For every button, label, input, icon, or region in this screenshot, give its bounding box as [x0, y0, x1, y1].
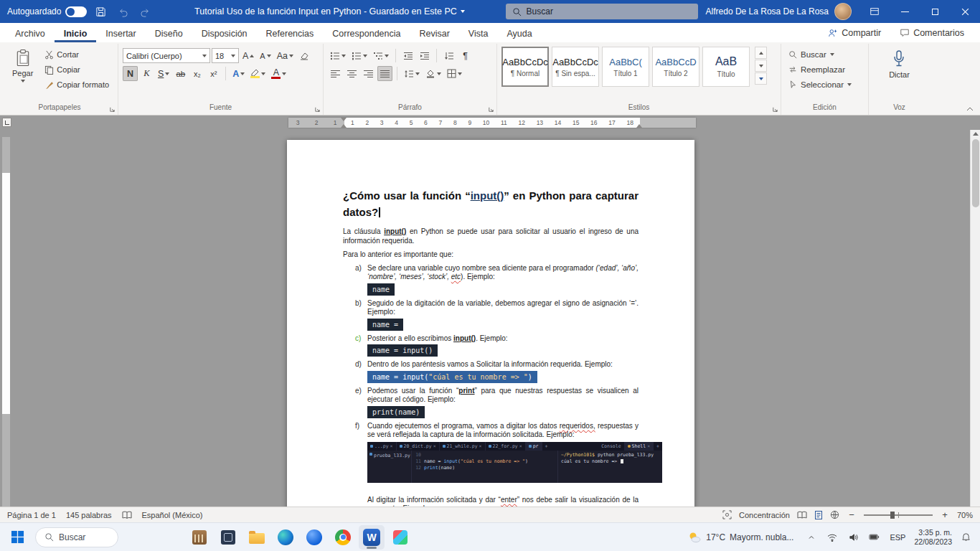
app-building-icon[interactable] — [187, 525, 212, 550]
font-size-combo[interactable]: 18 — [212, 48, 239, 63]
underline-button[interactable]: S — [156, 66, 171, 81]
clock[interactable]: 3:35 p. m. 22/08/2023 — [914, 528, 952, 547]
zoom-in-button[interactable]: + — [940, 509, 950, 520]
align-center-button[interactable] — [344, 66, 359, 81]
font-color-chevron-icon[interactable] — [282, 72, 286, 75]
find-button[interactable]: Buscar — [786, 47, 864, 62]
vertical-ruler[interactable] — [2, 137, 10, 507]
tab-ayuda[interactable]: Ayuda — [497, 23, 541, 42]
document-page[interactable]: ¿Cómo usar la función “input()” en Pytho… — [287, 140, 694, 507]
heading-input-link[interactable]: input() — [471, 189, 504, 202]
avatar[interactable] — [834, 3, 852, 20]
borders-button[interactable] — [445, 66, 464, 81]
focus-label[interactable]: Concentración — [739, 511, 790, 519]
underline-chevron-icon[interactable] — [165, 72, 169, 75]
styles-dialog-launcher[interactable] — [772, 106, 778, 113]
change-case-chevron-icon[interactable] — [289, 55, 293, 57]
copy-button[interactable]: Copiar — [42, 62, 111, 77]
font-color-button[interactable]: A — [269, 66, 288, 81]
line-spacing-chevron-icon[interactable] — [415, 72, 420, 75]
zoom-thumb[interactable] — [890, 512, 895, 519]
font-dialog-launcher[interactable] — [314, 106, 321, 113]
scrollbar-thumb[interactable] — [972, 139, 979, 207]
redo-button[interactable] — [136, 3, 154, 20]
office-search-box[interactable]: Buscar — [506, 4, 698, 19]
zoom-level[interactable]: 70% — [957, 511, 973, 519]
text-effects-button[interactable]: A — [230, 66, 247, 81]
clipboard-dialog-launcher[interactable] — [109, 106, 116, 113]
tab-selector[interactable] — [2, 118, 11, 127]
cut-button[interactable]: Cortar — [42, 47, 111, 62]
scroll-up-icon[interactable] — [973, 132, 979, 136]
font-name-combo[interactable]: Calibri (Cuerpo) — [123, 48, 210, 63]
zoom-slider[interactable] — [864, 514, 933, 516]
tab-diseno[interactable]: Diseño — [146, 23, 192, 42]
subscript-button[interactable]: x₂ — [189, 66, 204, 81]
tab-disposicion[interactable]: Disposición — [192, 23, 257, 42]
numbering-chevron-icon[interactable] — [363, 55, 367, 57]
tab-referencias[interactable]: Referencias — [257, 23, 324, 42]
styles-scroll-down[interactable] — [755, 60, 767, 72]
borders-chevron-icon[interactable] — [458, 72, 462, 75]
start-button[interactable] — [4, 525, 30, 550]
strikethrough-button[interactable]: ab — [173, 66, 188, 81]
tab-correspondencia[interactable]: Correspondencia — [323, 23, 410, 42]
bold-button[interactable]: N — [123, 66, 138, 81]
find-chevron-icon[interactable] — [830, 53, 834, 56]
multilevel-list-button[interactable] — [371, 48, 391, 63]
proofing-icon[interactable] — [122, 511, 132, 519]
highlight-button[interactable] — [248, 66, 268, 81]
style-titulo-1[interactable]: AaBbC( Título 1 — [602, 47, 649, 87]
taskbar-search[interactable]: Buscar — [35, 527, 118, 547]
comments-button[interactable]: Comentarios — [894, 26, 970, 40]
shrink-font-button[interactable]: A — [258, 48, 273, 63]
bullets-button[interactable] — [328, 48, 348, 63]
multilevel-list-chevron-icon[interactable] — [385, 55, 389, 57]
save-button[interactable] — [92, 3, 109, 20]
numbering-button[interactable] — [349, 48, 369, 63]
increase-indent-button[interactable] — [417, 48, 432, 63]
focus-icon[interactable] — [722, 510, 732, 519]
select-chevron-icon[interactable] — [847, 83, 852, 86]
vertical-scrollbar[interactable] — [970, 130, 980, 507]
styles-gallery-expand[interactable] — [755, 72, 767, 85]
colorful-app-icon[interactable] — [387, 525, 413, 550]
minimize-button[interactable] — [890, 0, 920, 23]
align-left-button[interactable] — [328, 66, 343, 81]
paste-menu-chevron-icon[interactable] — [21, 80, 25, 83]
web-layout-icon[interactable] — [830, 510, 839, 519]
weather-widget[interactable]: 17°C Mayorm. nubla... — [683, 529, 798, 546]
title-chevron-icon[interactable] — [461, 10, 465, 13]
dictate-button[interactable]: Dictar — [882, 47, 917, 82]
clear-formatting-button[interactable] — [297, 48, 312, 63]
grow-font-button[interactable]: A — [240, 48, 256, 63]
wifi-icon[interactable] — [825, 528, 839, 547]
word-app-icon[interactable]: W — [359, 525, 385, 550]
account-control[interactable]: Alfredo De La Rosa De La Rosa — [703, 3, 854, 20]
horizontal-ruler[interactable]: 3 2 1 1 2 3 4 5 6 7 8 9 10 11 12 13 14 1… — [288, 118, 696, 128]
read-mode-icon[interactable] — [797, 511, 807, 519]
style-normal[interactable]: AaBbCcDc ¶ Normal — [501, 47, 549, 87]
align-right-button[interactable] — [361, 66, 376, 81]
style-titulo[interactable]: AaB Título — [702, 47, 750, 87]
paragraph-dialog-launcher[interactable] — [488, 106, 494, 113]
italic-button[interactable]: K — [139, 66, 154, 81]
justify-button[interactable] — [377, 66, 392, 81]
style-sin-espaciado[interactable]: AaBbCcDc ¶ Sin espa... — [552, 47, 599, 87]
language-switcher[interactable]: ESP — [887, 533, 908, 542]
paste-button[interactable]: Pegar — [6, 47, 39, 85]
page-indicator[interactable]: Página 1 de 1 — [7, 511, 56, 519]
line-spacing-button[interactable] — [402, 66, 422, 81]
superscript-button[interactable]: x² — [206, 66, 221, 81]
collapse-ribbon-button[interactable] — [966, 106, 974, 112]
notifications-bell-icon[interactable] — [958, 528, 973, 547]
ribbon-display-options-button[interactable] — [859, 0, 890, 23]
change-case-button[interactable]: Aa — [275, 48, 296, 63]
highlight-chevron-icon[interactable] — [261, 72, 265, 75]
shading-chevron-icon[interactable] — [437, 72, 441, 75]
bullets-chevron-icon[interactable] — [341, 55, 346, 57]
tab-insertar[interactable]: Insertar — [96, 23, 145, 42]
text-effects-chevron-icon[interactable] — [240, 72, 245, 75]
indent-marker-left[interactable] — [341, 118, 347, 128]
maximize-button[interactable] — [920, 0, 950, 23]
